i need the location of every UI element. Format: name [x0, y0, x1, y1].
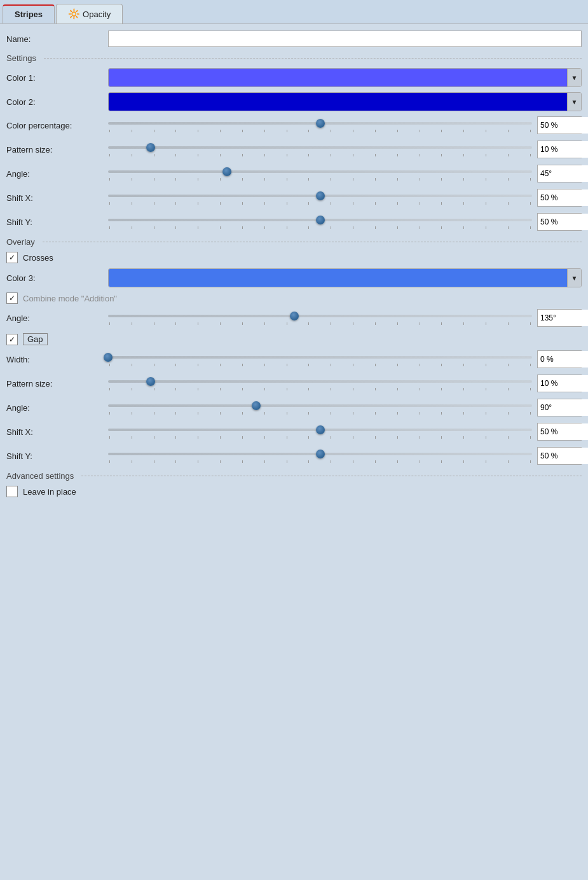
width-label: Width: — [6, 355, 108, 364]
gap-pattern-size-thumb[interactable] — [146, 377, 155, 386]
overlay-angle-spinner[interactable]: ▲ ▼ — [537, 309, 582, 327]
color1-row: Color 1: ▼ — [6, 68, 582, 87]
shift-x-value[interactable] — [538, 189, 588, 206]
width-value[interactable] — [538, 351, 588, 368]
angle-track[interactable] — [108, 167, 532, 177]
gap-pattern-size-value[interactable] — [538, 375, 588, 392]
pattern-size-track[interactable] — [108, 142, 532, 153]
angle-spinner[interactable]: ▲ ▼ — [537, 165, 582, 182]
width-ticks — [108, 364, 532, 366]
gap-angle-row: Angle: ▲ ▼ — [6, 399, 582, 416]
tab-stripes[interactable]: Stripes — [3, 4, 55, 24]
settings-divider — [44, 58, 582, 58]
angle-thumb[interactable] — [222, 167, 231, 176]
overlay-angle-value[interactable] — [538, 310, 588, 326]
color-percentage-track[interactable] — [108, 118, 532, 128]
crosses-row: ✓ Crosses — [6, 252, 582, 263]
angle-track-bg — [108, 170, 532, 173]
crosses-checkbox[interactable]: ✓ — [6, 252, 18, 263]
shift-x-row: Shift X: ▲ ▼ — [6, 189, 582, 207]
gap-angle-value[interactable] — [538, 399, 588, 416]
gap-shift-y-value[interactable] — [538, 448, 588, 464]
gap-pattern-size-slider-wrapper — [108, 376, 532, 390]
color3-row: Color 3: ▼ — [6, 268, 582, 287]
gap-shift-x-thumb[interactable] — [316, 425, 325, 434]
color2-row: Color 2: ▼ — [6, 92, 582, 111]
gap-pattern-size-track[interactable] — [108, 376, 532, 387]
overlay-divider — [43, 242, 582, 242]
angle-value[interactable] — [538, 165, 588, 182]
color2-swatch — [109, 93, 567, 111]
gap-shift-x-row: Shift X: ▲ ▼ — [6, 423, 582, 441]
width-track[interactable] — [108, 352, 532, 362]
gap-shift-x-track[interactable] — [108, 425, 532, 435]
pattern-size-ticks — [108, 154, 532, 156]
leave-in-place-label: Leave in place — [23, 487, 76, 497]
shift-y-label: Shift Y: — [6, 217, 108, 227]
shift-y-value[interactable] — [538, 214, 588, 230]
overlay-angle-track[interactable] — [108, 311, 532, 321]
gap-label: Gap — [23, 333, 48, 345]
color-percentage-value[interactable] — [538, 117, 588, 134]
pattern-size-slider-wrapper — [108, 142, 532, 156]
gap-angle-spinner[interactable]: ▲ ▼ — [537, 399, 582, 416]
gap-shift-y-spinner[interactable]: ▲ ▼ — [537, 447, 582, 465]
combine-mode-checkbox[interactable]: ✓ — [6, 292, 18, 304]
gap-shift-x-label: Shift X: — [6, 427, 108, 437]
gap-shift-x-ticks — [108, 436, 532, 439]
shift-y-spinner[interactable]: ▲ ▼ — [537, 213, 582, 231]
shift-y-track[interactable] — [108, 215, 532, 225]
name-input[interactable] — [108, 31, 582, 47]
overlay-angle-thumb[interactable] — [290, 312, 299, 320]
width-spinner[interactable]: ▲ ▼ — [537, 350, 582, 368]
gap-shift-y-thumb[interactable] — [316, 450, 325, 458]
gap-pattern-size-spinner[interactable]: ▲ ▼ — [537, 375, 582, 392]
gap-shift-x-spinner[interactable]: ▲ ▼ — [537, 423, 582, 441]
pattern-size-thumb[interactable] — [146, 143, 155, 152]
gap-angle-label: Angle: — [6, 403, 108, 413]
color3-swatch-container[interactable]: ▼ — [108, 268, 582, 287]
shift-x-spinner[interactable]: ▲ ▼ — [537, 189, 582, 207]
gap-angle-track[interactable] — [108, 401, 532, 411]
width-thumb[interactable] — [104, 353, 113, 362]
color3-label: Color 3: — [6, 273, 108, 283]
gap-angle-thumb[interactable] — [252, 401, 261, 410]
tab-opacity[interactable]: 🔆 Opacity — [56, 4, 123, 24]
color-percentage-label: Color percentage: — [6, 121, 108, 130]
pattern-size-value[interactable] — [538, 141, 588, 158]
gap-row: ✓ Gap — [6, 333, 582, 345]
shift-y-thumb[interactable] — [316, 216, 325, 224]
combine-mode-row: ✓ Combine mode "Addition" — [6, 292, 582, 304]
color-percentage-spinner[interactable]: ▲ ▼ — [537, 116, 582, 134]
shift-x-label: Shift X: — [6, 193, 108, 203]
color1-dropdown-btn[interactable]: ▼ — [567, 69, 581, 86]
color3-swatch — [109, 269, 567, 287]
overlay-section-header: Overlay — [6, 237, 582, 247]
tab-bar: Stripes 🔆 Opacity — [0, 0, 588, 24]
gap-pattern-size-ticks — [108, 388, 532, 390]
color3-dropdown-btn[interactable]: ▼ — [567, 269, 581, 287]
color2-dropdown-btn[interactable]: ▼ — [567, 93, 581, 111]
gap-shift-y-track[interactable] — [108, 449, 532, 459]
gap-shift-x-value[interactable] — [538, 423, 588, 440]
shift-x-thumb[interactable] — [316, 191, 325, 200]
color-percentage-ticks — [108, 130, 532, 132]
shift-x-track[interactable] — [108, 191, 532, 201]
color-percentage-thumb[interactable] — [316, 119, 325, 128]
name-label: Name: — [6, 34, 108, 44]
gap-pattern-size-row: Pattern size: ▲ ▼ — [6, 375, 582, 392]
name-row: Name: — [6, 31, 582, 47]
overlay-angle-ticks — [108, 322, 532, 325]
shift-y-slider-wrapper — [108, 215, 532, 229]
main-content: Name: Settings Color 1: ▼ Color 2: ▼ Col… — [0, 24, 588, 509]
gap-shift-y-label: Shift Y: — [6, 451, 108, 461]
shift-y-ticks — [108, 226, 532, 229]
gap-shift-y-ticks — [108, 460, 532, 463]
color1-swatch-container[interactable]: ▼ — [108, 68, 582, 87]
angle-label: Angle: — [6, 169, 108, 179]
leave-in-place-checkbox[interactable] — [6, 486, 18, 497]
pattern-size-spinner[interactable]: ▲ ▼ — [537, 141, 582, 158]
color-percentage-slider-wrapper — [108, 118, 532, 132]
color2-swatch-container[interactable]: ▼ — [108, 92, 582, 111]
gap-checkbox[interactable]: ✓ — [6, 334, 18, 345]
